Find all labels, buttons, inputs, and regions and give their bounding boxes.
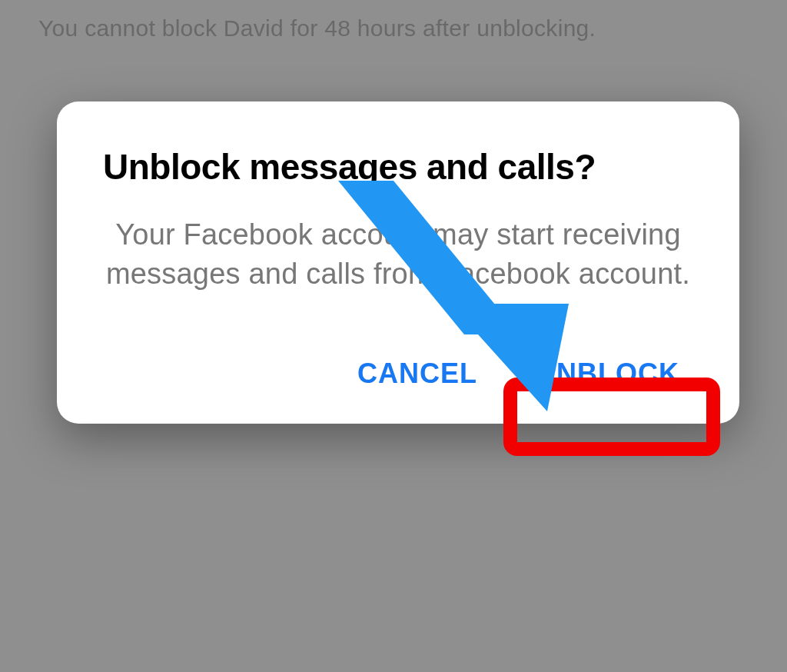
cancel-button[interactable]: CANCEL (347, 350, 488, 398)
dialog-title: Unblock messages and calls? (103, 146, 693, 188)
dialog-body-text: Your Facebook account may start receivin… (103, 215, 693, 294)
dialog-actions: CANCEL UNBLOCK (103, 350, 693, 398)
unblock-confirmation-dialog: Unblock messages and calls? Your Faceboo… (57, 101, 739, 424)
unblock-button[interactable]: UNBLOCK (525, 350, 690, 398)
